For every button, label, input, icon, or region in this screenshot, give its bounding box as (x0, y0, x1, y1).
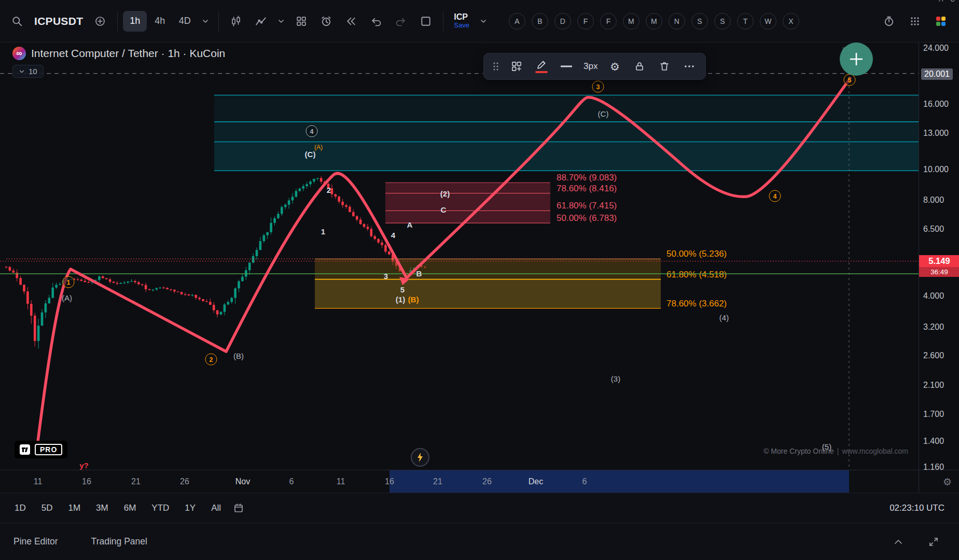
save-menu-chevron[interactable] (476, 9, 491, 33)
alert-button[interactable] (314, 9, 338, 33)
layout-letter-button-w[interactable]: W (760, 13, 776, 30)
delete-button[interactable] (654, 55, 675, 77)
layout-letter-button-m[interactable]: M (646, 13, 662, 30)
tradingview-pro-logo[interactable]: PRO (15, 441, 67, 458)
chart-canvas[interactable]: 88.70% (9.083)78.60% (8.416)61.80% (7.41… (0, 43, 919, 470)
tab-trading-panel[interactable]: Trading Panel (91, 536, 147, 547)
axis-corner-divider (919, 470, 919, 493)
indicators-menu-chevron[interactable] (274, 9, 288, 33)
line-color-button[interactable] (531, 55, 552, 77)
tradingview-logo-icon (20, 444, 30, 455)
layout-letter-button-s[interactable]: S (714, 13, 731, 30)
time-axis-selection[interactable] (390, 470, 849, 493)
apps-grid-icon (910, 16, 920, 26)
range-6m[interactable]: 6M (124, 503, 136, 513)
tab-pine-editor[interactable]: Pine Editor (13, 536, 58, 547)
save-layout-widget[interactable]: ICP Save (449, 12, 475, 30)
redo-button[interactable] (389, 9, 413, 33)
layout-letter-button-s[interactable]: S (691, 13, 708, 30)
chart-pane[interactable]: 88.70% (9.083)78.60% (8.416)61.80% (7.41… (0, 43, 919, 470)
chart-title[interactable]: Internet Computer / Tether · 1h · KuCoin (31, 47, 225, 60)
crosshair-plus-marker[interactable] (840, 43, 873, 76)
price-axis-label: 1.400 (923, 436, 944, 446)
range-3m[interactable]: 3M (96, 503, 108, 513)
symbol-search-button[interactable] (5, 9, 29, 33)
save-layout-action: Save (454, 22, 469, 30)
lock-button[interactable] (629, 55, 650, 77)
drawing-toolbar: 3px ⚙ (483, 53, 706, 80)
layout-tab-row: ABDFFMMNSSTWX (506, 13, 802, 30)
go-to-date-button[interactable] (228, 498, 249, 519)
line-width-value[interactable]: 3px (580, 61, 601, 72)
layout-letter-button-f[interactable]: F (600, 13, 617, 30)
apps-menu-button[interactable] (903, 9, 927, 33)
interval-1h[interactable]: 1h (123, 11, 147, 32)
more-options-button[interactable] (678, 55, 700, 77)
time-axis-label: 6 (289, 477, 294, 486)
price-axis-label: 13.000 (923, 128, 949, 138)
price-axis-label: 3.200 (923, 322, 944, 332)
layout-letter-button-x[interactable]: X (783, 13, 799, 30)
timer-button[interactable] (877, 9, 901, 33)
axis-settings-gear-icon[interactable]: ⚙ (943, 476, 952, 488)
utc-clock[interactable]: 02:23:10 UTC (889, 503, 944, 513)
undo-button[interactable] (364, 9, 388, 33)
chevron-up-icon (893, 537, 904, 547)
layout-letter-button-t[interactable]: T (737, 13, 754, 30)
range-1d[interactable]: 1D (15, 503, 26, 513)
redo-arrow-icon (395, 16, 407, 27)
lock-icon (634, 61, 645, 72)
range-1m[interactable]: 1M (68, 503, 80, 513)
line-width-button[interactable] (555, 55, 577, 77)
watermark-text: © More Crypto Online (763, 447, 834, 455)
tradingview-app: ICPUSDT 1h 4h 4D (0, 0, 959, 560)
layout-letter-button-a[interactable]: A (509, 13, 525, 30)
range-1y[interactable]: 1Y (185, 503, 196, 513)
interval-menu-chevron[interactable] (198, 9, 213, 33)
template-button[interactable] (506, 55, 527, 77)
range-5d[interactable]: 5D (41, 503, 53, 513)
price-axis-label: 6.500 (923, 224, 944, 234)
indicators-button[interactable] (249, 9, 273, 33)
timer-icon (883, 16, 895, 27)
price-axis[interactable]: 24.00020.00116.00013.00010.0008.0006.500… (919, 43, 959, 470)
interval-4h[interactable]: 4h (148, 11, 172, 32)
gear-icon: ⚙ (610, 61, 620, 72)
time-axis[interactable]: ⚙ 11162126Nov611162126Dec6 (0, 470, 959, 493)
drag-dots-icon (493, 61, 499, 72)
layout-letter-button-b[interactable]: B (532, 13, 548, 30)
watermark-url: www.mcoglobal.com (842, 447, 908, 455)
toolbar-drag-handle[interactable] (489, 55, 503, 77)
save-layout-name: ICP (454, 12, 468, 22)
layout-letter-button-f[interactable]: F (577, 13, 594, 30)
toolbar-divider (218, 11, 219, 31)
alarm-clock-icon (321, 16, 332, 27)
layout-letter-button-n[interactable]: N (669, 13, 685, 30)
fib-label: 88.70% (9.083) (557, 173, 617, 183)
workspace-color-button[interactable] (929, 9, 953, 33)
rewind-icon (345, 16, 357, 27)
chart-style-button[interactable] (224, 9, 248, 33)
settings-button[interactable]: ⚙ (604, 55, 626, 77)
range-all[interactable]: All (211, 503, 221, 513)
lightning-button[interactable] (411, 448, 429, 467)
icp-logo-icon: ∞ (12, 47, 26, 60)
time-axis-label: 16 (385, 477, 394, 486)
layout-grid-button[interactable] (289, 9, 313, 33)
drawings-count-badge[interactable]: 10 (12, 65, 44, 78)
replay-button[interactable] (339, 9, 363, 33)
symbol-name[interactable]: ICPUSDT (30, 15, 87, 27)
range-ytd[interactable]: YTD (151, 503, 169, 513)
chevron-down-icon (277, 18, 285, 25)
bottom-panel: Pine Editor Trading Panel (0, 523, 959, 560)
layout-letter-button-m[interactable]: M (623, 13, 640, 30)
toolbar-right-cluster: AC (877, 9, 954, 33)
corner-letter: A (939, 0, 943, 3)
panel-maximize-button[interactable] (922, 530, 946, 554)
interval-4d[interactable]: 4D (173, 11, 197, 32)
snapshot-button[interactable] (414, 9, 438, 33)
panel-collapse-button[interactable] (886, 530, 910, 554)
compare-add-button[interactable] (88, 9, 112, 33)
time-axis-label: 16 (82, 477, 91, 486)
layout-letter-button-d[interactable]: D (554, 13, 571, 30)
